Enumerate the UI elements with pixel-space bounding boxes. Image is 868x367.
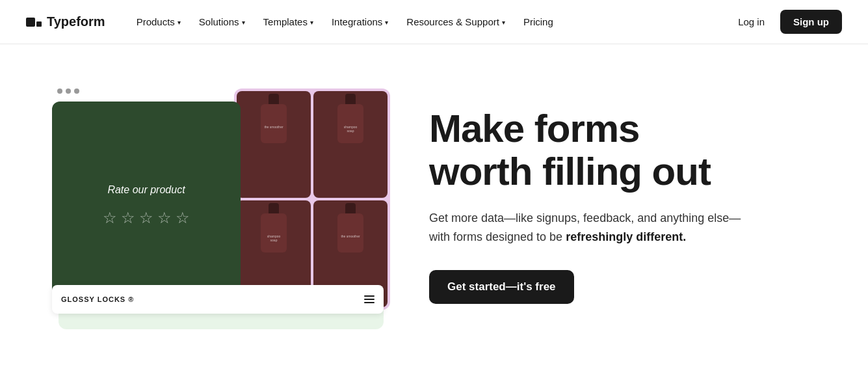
- nav-item-templates[interactable]: Templates ▾: [256, 11, 321, 33]
- nav-actions: Log in Sign up: [728, 10, 842, 34]
- hero-text: Make forms worth filling out Get more da…: [429, 107, 806, 304]
- hero-section: Rate our product ☆ ☆ ☆ ☆ ☆ the smoother …: [0, 44, 868, 367]
- dot-2: [66, 88, 71, 94]
- product-image-card: the smoother shampoo soap shampoo soap t…: [234, 88, 390, 310]
- nav-items: Products ▾ Solutions ▾ Templates ▾ Integ…: [129, 11, 728, 33]
- nav-item-resources[interactable]: Resources & Support ▾: [399, 11, 513, 33]
- star-5[interactable]: ☆: [176, 209, 190, 227]
- form-card-text: Rate our product: [107, 184, 185, 196]
- bottle-label-3: shampoo soap: [263, 234, 284, 242]
- form-preview-card: Rate our product ☆ ☆ ☆ ☆ ☆: [52, 102, 241, 310]
- bottle-label-1: the smoother: [263, 125, 284, 129]
- headline-line2: worth filling out: [429, 150, 711, 193]
- bottom-bar-brand: GLOSSY LOCKS ®: [61, 295, 134, 303]
- dot-3: [74, 88, 79, 94]
- bottles-grid: the smoother shampoo soap shampoo soap t…: [234, 88, 390, 310]
- chevron-down-icon: ▾: [502, 19, 505, 26]
- chevron-down-icon: ▾: [310, 19, 313, 26]
- dot-1: [57, 88, 62, 94]
- chevron-down-icon: ▾: [385, 19, 388, 26]
- nav-item-pricing[interactable]: Pricing: [516, 11, 561, 33]
- window-dots: [57, 88, 79, 94]
- star-2[interactable]: ☆: [121, 209, 135, 227]
- nav-item-solutions[interactable]: Solutions ▾: [191, 11, 253, 33]
- bottle-1: the smoother: [237, 91, 311, 198]
- logo-square-large: [26, 18, 35, 27]
- hero-headline: Make forms worth filling out: [429, 107, 806, 193]
- hamburger-icon[interactable]: [364, 295, 375, 303]
- bottom-bar: GLOSSY LOCKS ®: [52, 285, 384, 314]
- hero-subtext: Get more data—like signups, feedback, an…: [429, 209, 741, 247]
- nav-item-products[interactable]: Products ▾: [129, 11, 189, 33]
- bottle-label-4: the smoother: [340, 234, 361, 238]
- star-rating[interactable]: ☆ ☆ ☆ ☆ ☆: [103, 209, 190, 227]
- navbar: Typeform Products ▾ Solutions ▾ Template…: [0, 0, 868, 44]
- chevron-down-icon: ▾: [242, 19, 245, 26]
- headline-line1: Make forms: [429, 107, 639, 150]
- bottle-2: shampoo soap: [313, 91, 388, 198]
- nav-item-integrations[interactable]: Integrations ▾: [324, 11, 396, 33]
- brand-name: Typeform: [47, 14, 105, 29]
- chevron-down-icon: ▾: [178, 19, 181, 26]
- logo-square-small: [36, 21, 42, 27]
- logo-link[interactable]: Typeform: [26, 14, 105, 29]
- hero-illustration: Rate our product ☆ ☆ ☆ ☆ ☆ the smoother …: [52, 82, 390, 329]
- star-1[interactable]: ☆: [103, 209, 117, 227]
- star-3[interactable]: ☆: [139, 209, 153, 227]
- bottle-label-2: shampoo soap: [340, 125, 361, 133]
- login-button[interactable]: Log in: [728, 11, 775, 33]
- signup-button[interactable]: Sign up: [780, 10, 842, 34]
- cta-button[interactable]: Get started—it's free: [429, 270, 574, 304]
- star-4[interactable]: ☆: [157, 209, 172, 227]
- logo-icon: [26, 18, 42, 27]
- subtext-bold: refreshingly different.: [566, 230, 686, 243]
